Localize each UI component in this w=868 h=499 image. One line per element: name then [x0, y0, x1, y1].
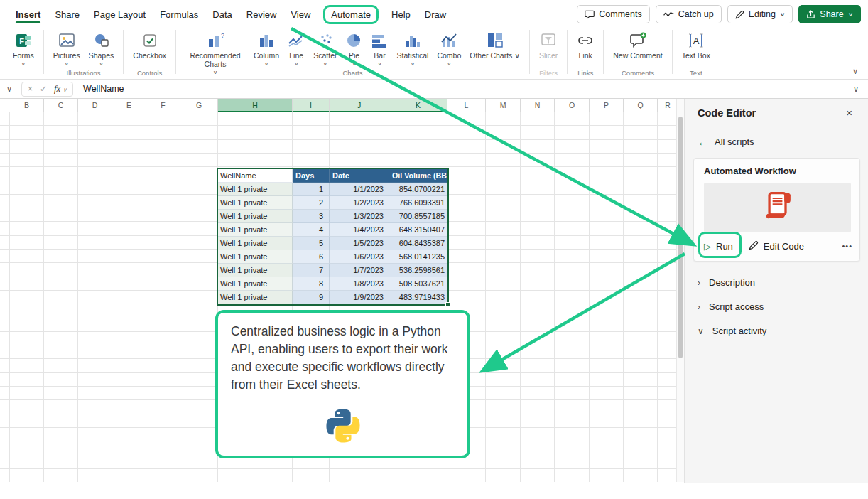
menu-items: Insert Share Page Layout Formulas Data R…: [0, 5, 449, 24]
column-header-F[interactable]: F: [146, 99, 180, 112]
cell-date: 1/5/2023: [330, 237, 389, 250]
table-row: Well 1 private61/6/2023568.0141235: [218, 250, 447, 264]
table-header-oil-volume: Oil Volume (BBL: [389, 169, 447, 183]
gridline: [624, 112, 658, 482]
column-header-P[interactable]: P: [590, 99, 624, 112]
all-scripts-back-button[interactable]: ← All scripts: [698, 136, 754, 148]
run-button[interactable]: ▷ Run: [704, 241, 733, 252]
menu-insert[interactable]: Insert: [13, 5, 43, 24]
gridline: [590, 112, 624, 482]
group-label-comments: Comments: [606, 69, 669, 77]
menu-automate[interactable]: Automate: [323, 5, 379, 24]
cancel-icon[interactable]: ×: [28, 84, 33, 94]
menu-data[interactable]: Data: [210, 5, 234, 24]
more-options-button[interactable]: •••: [842, 242, 852, 250]
data-table[interactable]: WellName Days Date Oil Volume (BBL Well …: [218, 169, 447, 304]
shapes-icon: [93, 31, 110, 50]
formula-bar-expand-chevron[interactable]: ∨: [844, 85, 868, 94]
ribbon-divider: [720, 30, 720, 74]
link-button[interactable]: Link: [573, 28, 598, 60]
menu-review[interactable]: Review: [244, 5, 280, 24]
slicer-button[interactable]: Slicer: [535, 28, 562, 60]
new-comment-button[interactable]: New Comment: [609, 28, 666, 60]
column-header-K[interactable]: K: [389, 99, 447, 112]
enter-check-icon[interactable]: ✓: [40, 84, 47, 94]
ribbon-divider: [603, 30, 604, 74]
section-description[interactable]: › Description: [698, 277, 755, 288]
checkbox-icon: [142, 31, 158, 50]
insert-function-button[interactable]: fx ∨: [54, 84, 67, 95]
combo-chart-button[interactable]: Combo ∨: [433, 28, 465, 68]
section-script-activity[interactable]: ∨ Script activity: [698, 326, 766, 336]
chevron-down-icon: ∨: [848, 11, 853, 18]
ribbon-collapse-chevron[interactable]: ∨: [852, 67, 858, 76]
column-header-E[interactable]: E: [112, 99, 146, 112]
scatter-chart-button[interactable]: Scatter ∨: [309, 28, 341, 68]
statistical-chart-button[interactable]: Statistical ∨: [392, 28, 433, 68]
column-header-O[interactable]: O: [555, 99, 590, 112]
other-charts-button[interactable]: Other Charts ∨: [465, 28, 524, 60]
text-box-button[interactable]: A Text Box: [678, 28, 715, 60]
statistical-chart-label: Statistical: [396, 51, 428, 60]
pie-chart-button[interactable]: Pie ∨: [341, 28, 367, 68]
cell-wellname: Well 1 private: [218, 196, 293, 210]
ribbon-group-illustrations: Pictures ∨ Shapes ∨ Illustrations: [46, 28, 121, 75]
column-header-G[interactable]: G: [180, 99, 218, 112]
section-script-access[interactable]: › Script access: [698, 301, 764, 312]
checkbox-label: Checkbox: [133, 51, 166, 60]
recommended-charts-icon: ?: [206, 31, 224, 50]
column-header-D[interactable]: D: [78, 99, 112, 112]
shapes-button[interactable]: Shapes ∨: [85, 28, 119, 68]
ribbon-divider: [567, 30, 568, 74]
menu-actions: Comments Catch up Editing ∨ Share ∨: [577, 5, 861, 23]
vertical-scrollbar-thumb[interactable]: [678, 117, 683, 358]
office-script-icon: [762, 190, 793, 225]
menu-page-layout[interactable]: Page Layout: [91, 5, 148, 24]
vertical-scrollbar[interactable]: [676, 99, 684, 482]
menu-formulas[interactable]: Formulas: [157, 5, 201, 24]
comment-icon: [585, 10, 595, 19]
column-header-C[interactable]: C: [44, 99, 78, 112]
editing-label: Editing: [749, 9, 776, 19]
pictures-button[interactable]: Pictures ∨: [49, 28, 85, 68]
selection-fill-handle[interactable]: [445, 302, 450, 307]
column-headers: B C D E F G H I J K L M N O P Q R: [0, 99, 678, 112]
cell-wellname: Well 1 private: [218, 250, 293, 264]
share-button[interactable]: Share ∨: [798, 5, 861, 23]
cell-date: 1/8/2023: [330, 277, 389, 291]
column-header-H[interactable]: H: [218, 99, 293, 112]
name-box-chevron[interactable]: ∨: [0, 85, 18, 94]
close-icon[interactable]: ×: [846, 107, 852, 119]
menu-share[interactable]: Share: [52, 5, 82, 24]
menu-draw[interactable]: Draw: [422, 5, 449, 24]
editing-mode-button[interactable]: Editing ∨: [727, 5, 793, 23]
cell-volume: 854.0700221: [389, 183, 447, 196]
column-header-Q[interactable]: Q: [624, 99, 658, 112]
bar-chart-button[interactable]: Bar ∨: [367, 28, 392, 68]
section-script-activity-label: Script activity: [712, 326, 767, 336]
forms-button[interactable]: F Forms ∨: [9, 28, 38, 68]
edit-code-button[interactable]: Edit Code: [749, 240, 804, 252]
menu-view[interactable]: View: [288, 5, 313, 24]
formula-input[interactable]: WellName: [83, 84, 844, 94]
gridline: [10, 112, 44, 482]
column-header-I[interactable]: I: [293, 99, 330, 112]
column-header-B[interactable]: B: [10, 99, 44, 112]
comments-button[interactable]: Comments: [577, 5, 649, 23]
column-header-L[interactable]: L: [447, 99, 486, 112]
column-header-N[interactable]: N: [521, 99, 555, 112]
pictures-icon: [58, 31, 75, 50]
checkbox-button[interactable]: Checkbox: [129, 28, 170, 60]
catch-up-button[interactable]: Catch up: [656, 5, 722, 23]
table-row: Well 1 private21/2/2023766.6093391: [218, 196, 447, 210]
line-chart-button[interactable]: Line ∨: [283, 28, 309, 68]
column-header-J[interactable]: J: [330, 99, 389, 112]
new-comment-label: New Comment: [613, 51, 662, 60]
column-header-M[interactable]: M: [486, 99, 521, 112]
column-header-R[interactable]: R: [658, 99, 678, 112]
cell-volume: 604.8435387: [389, 237, 447, 250]
menu-help[interactable]: Help: [389, 5, 413, 24]
column-chart-button[interactable]: Column ∨: [249, 28, 283, 68]
cell-wellname: Well 1 private: [218, 277, 293, 291]
other-charts-icon: [487, 31, 504, 50]
